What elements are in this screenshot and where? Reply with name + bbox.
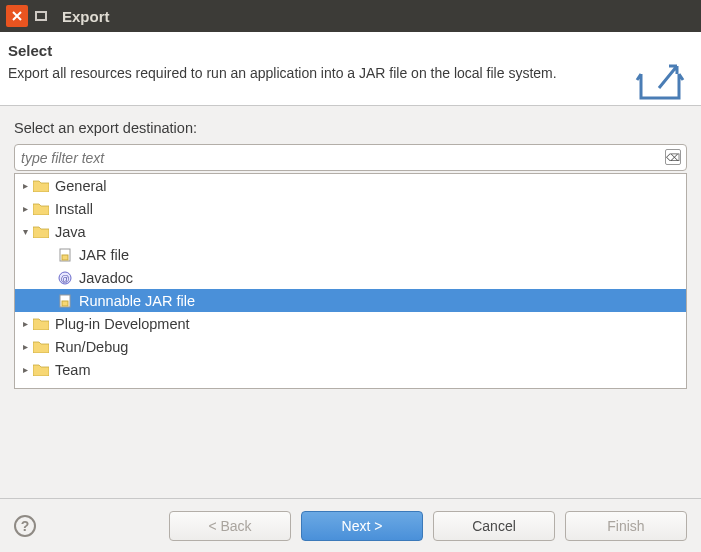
svg-rect-2 — [62, 255, 68, 260]
back-button[interactable]: < Back — [169, 511, 291, 541]
javadoc-icon: @ — [57, 271, 73, 285]
svg-rect-0 — [36, 12, 46, 20]
tree-folder[interactable]: ▾Java — [15, 220, 686, 243]
titlebar: Export — [0, 0, 701, 32]
tree-item-label: Runnable JAR file — [79, 293, 195, 309]
tree-folder[interactable]: ▸Install — [15, 197, 686, 220]
tree-folder[interactable]: ▸Plug-in Development — [15, 312, 686, 335]
svg-rect-6 — [62, 301, 68, 306]
destination-label: Select an export destination: — [14, 120, 687, 136]
maximize-button[interactable] — [30, 5, 52, 27]
window-title: Export — [62, 8, 110, 25]
folder-icon — [33, 225, 49, 239]
tree-item-label: Plug-in Development — [55, 316, 190, 332]
expand-icon[interactable]: ▸ — [19, 341, 31, 353]
tree-item-label: JAR file — [79, 247, 129, 263]
tree-item-label: Team — [55, 362, 90, 378]
banner-description: Export all resources required to run an … — [8, 65, 687, 81]
expand-icon[interactable]: ▸ — [19, 318, 31, 330]
folder-icon — [33, 340, 49, 354]
tree-folder[interactable]: ▸General — [15, 174, 686, 197]
tree-item-label: General — [55, 178, 107, 194]
cancel-button[interactable]: Cancel — [433, 511, 555, 541]
banner-title: Select — [8, 42, 687, 59]
clear-filter-button[interactable]: ⌫ — [665, 149, 681, 165]
filter-input[interactable] — [14, 144, 687, 171]
button-bar: ? < Back Next > Cancel Finish — [0, 498, 701, 552]
tree-item-label: Run/Debug — [55, 339, 128, 355]
tree-item[interactable]: ▸JAR file — [15, 243, 686, 266]
expand-icon[interactable]: ▸ — [19, 180, 31, 192]
expand-icon[interactable]: ▸ — [19, 203, 31, 215]
export-icon — [635, 58, 691, 102]
tree-folder[interactable]: ▸Team — [15, 358, 686, 381]
tree-item-label: Javadoc — [79, 270, 133, 286]
close-button[interactable] — [6, 5, 28, 27]
runjar-icon — [57, 294, 73, 308]
tree-item-label: Install — [55, 201, 93, 217]
folder-icon — [33, 179, 49, 193]
tree-item-label: Java — [55, 224, 86, 240]
content-area: Select an export destination: ⌫ ▸General… — [0, 106, 701, 389]
finish-button[interactable]: Finish — [565, 511, 687, 541]
svg-text:@: @ — [60, 274, 69, 284]
folder-icon — [33, 317, 49, 331]
tree-item[interactable]: ▸@Javadoc — [15, 266, 686, 289]
tree-folder[interactable]: ▸Run/Debug — [15, 335, 686, 358]
tree-item[interactable]: ▸Runnable JAR file — [15, 289, 686, 312]
wizard-banner: Select Export all resources required to … — [0, 32, 701, 106]
help-button[interactable]: ? — [14, 515, 36, 537]
jar-icon — [57, 248, 73, 262]
close-icon — [12, 11, 22, 21]
next-button[interactable]: Next > — [301, 511, 423, 541]
expand-icon[interactable]: ▸ — [19, 364, 31, 376]
expand-icon[interactable]: ▾ — [19, 226, 31, 238]
window-icon — [35, 11, 47, 21]
folder-icon — [33, 202, 49, 216]
destination-tree[interactable]: ▸General▸Install▾Java▸JAR file▸@Javadoc▸… — [14, 173, 687, 389]
filter-wrap: ⌫ — [14, 144, 687, 171]
folder-icon — [33, 363, 49, 377]
